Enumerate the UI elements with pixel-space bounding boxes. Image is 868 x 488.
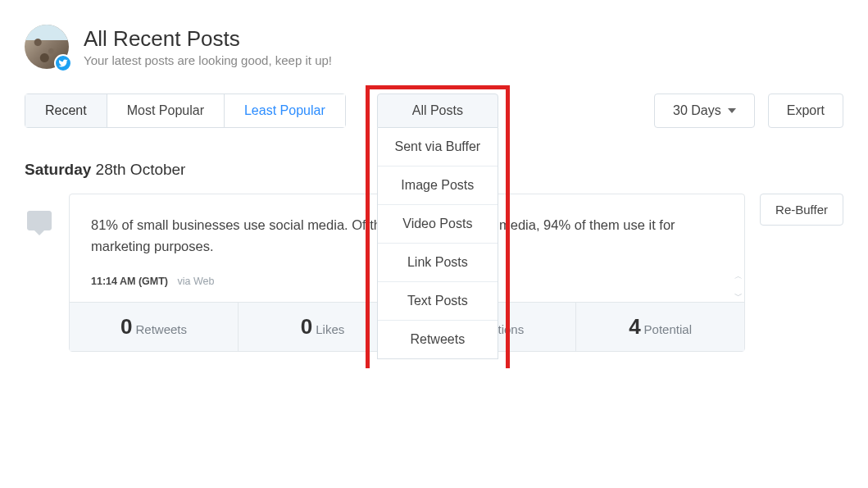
date-day: Saturday [25,161,91,178]
rebuffer-button[interactable]: Re-Buffer [760,194,843,226]
stat-value: 0 [301,314,312,339]
tab-least-popular[interactable]: Least Popular [225,94,345,127]
twitter-badge-icon [54,54,72,72]
stat-retweets: 0Retweets [70,303,239,351]
post-type-filter: All Posts Sent via Buffer Image Posts Vi… [377,93,498,128]
page-subtitle: Your latest posts are looking good, keep… [84,53,332,67]
sort-tabs: Recent Most Popular Least Popular [25,93,346,128]
account-avatar[interactable] [25,25,69,69]
page-header: All Recent Posts Your latest posts are l… [25,16,843,69]
date-range-button[interactable]: 30 Days [654,93,755,128]
date-range-label: 30 Days [673,103,721,118]
stat-value: 0 [120,314,132,339]
stat-label: Retweets [135,322,187,336]
stat-label: Potential [644,322,692,336]
post-time: 11:14 AM (GMT) [91,276,168,287]
filter-option-link-posts[interactable]: Link Posts [378,244,498,282]
filter-option-retweets[interactable]: Retweets [378,321,498,358]
tab-most-popular[interactable]: Most Popular [107,94,225,127]
stat-label: Likes [316,322,344,336]
filter-selected[interactable]: All Posts [377,93,498,128]
speech-bubble-icon [25,208,54,238]
scroll-down-icon[interactable]: ﹀ [734,290,743,302]
export-button[interactable]: Export [768,93,843,128]
post-via: via Web [177,276,214,287]
filter-option-image-posts[interactable]: Image Posts [378,166,498,205]
page-title: All Recent Posts [84,26,332,52]
date-rest: 28th October [91,161,185,178]
tab-recent[interactable]: Recent [25,94,107,127]
scroll-up-icon[interactable]: ︿ [734,271,743,282]
caret-down-icon [728,108,736,113]
filter-option-video-posts[interactable]: Video Posts [378,205,498,244]
filter-dropdown-menu: Sent via Buffer Image Posts Video Posts … [377,128,498,359]
header-text: All Recent Posts Your latest posts are l… [84,26,332,67]
toolbar: Recent Most Popular Least Popular All Po… [25,93,843,128]
stat-value: 4 [629,314,640,339]
stat-potential: 4Potential [576,303,744,351]
filter-option-text-posts[interactable]: Text Posts [378,282,498,321]
scroll-indicator[interactable]: ︿ ﹀ [734,271,743,302]
filter-option-sent-via-buffer[interactable]: Sent via Buffer [378,128,498,166]
